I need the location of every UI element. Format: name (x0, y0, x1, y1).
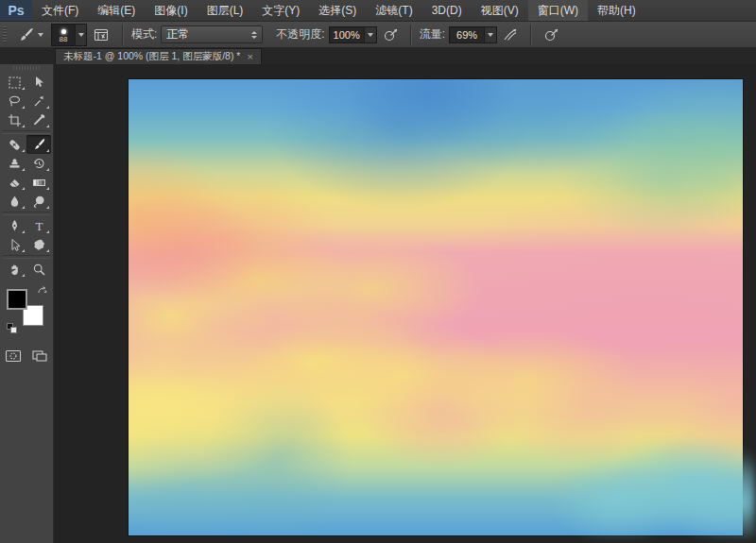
move-icon (32, 76, 46, 90)
airbrush-button[interactable] (502, 27, 519, 42)
brush-tool-icon (16, 26, 35, 43)
rectangular-marquee-tool[interactable] (2, 73, 26, 92)
eyedropper-icon (32, 113, 46, 127)
default-colors-icon[interactable] (7, 323, 17, 333)
healing-brush-tool[interactable] (2, 135, 26, 154)
dodge-tool[interactable] (26, 192, 51, 211)
move-tool[interactable] (26, 73, 51, 92)
flyout-indicator (22, 106, 25, 109)
flow-caret[interactable] (484, 27, 496, 42)
healing-brush-icon (8, 138, 22, 152)
foreground-color-swatch[interactable] (7, 289, 27, 310)
zoom-tool[interactable] (26, 260, 51, 279)
opacity-field[interactable]: 100% (329, 26, 377, 43)
gradient-icon (32, 176, 46, 190)
menu-type[interactable]: 文字(Y) (252, 0, 309, 21)
pressure-size-icon (542, 27, 559, 42)
history-brush-icon (32, 157, 46, 171)
options-bar: 88 模式: 正常 不透明度: 100% 流量: 69% (0, 22, 756, 48)
crop-tool[interactable] (2, 110, 26, 129)
toolbar-bottom-buttons (2, 347, 51, 365)
options-bar-grip[interactable] (3, 26, 7, 43)
hand-icon (8, 263, 22, 277)
flyout-indicator (22, 206, 25, 209)
flyout-indicator (46, 187, 49, 190)
flyout-indicator (46, 206, 49, 209)
flyout-indicator (22, 125, 25, 127)
eyedropper-tool[interactable] (26, 110, 51, 129)
flyout-indicator (46, 125, 49, 127)
path-selection-tool[interactable] (2, 235, 26, 254)
flyout-indicator (22, 230, 25, 233)
flyout-indicator (46, 230, 49, 233)
opacity-label: 不透明度: (276, 26, 324, 42)
tool-group-divider (3, 255, 50, 259)
menu-file[interactable]: 文件(F) (32, 0, 88, 21)
type-tool[interactable]: T (26, 216, 51, 235)
brush-preset-selector[interactable]: 88 (51, 24, 87, 46)
flow-label: 流量: (420, 26, 445, 42)
tool-group-divider (3, 130, 50, 134)
zoom-magnifier-icon (32, 263, 46, 277)
pressure-opacity-button[interactable] (382, 27, 399, 42)
menu-help[interactable]: 帮助(H) (588, 0, 645, 21)
menu-bar: Ps 文件(F) 编辑(E) 图像(I) 图层(L) 文字(Y) 选择(S) 滤… (0, 0, 756, 22)
menu-select[interactable]: 选择(S) (309, 0, 366, 21)
flyout-indicator (46, 249, 49, 252)
quick-mask-icon (5, 349, 22, 363)
menu-window[interactable]: 窗口(W) (528, 0, 588, 21)
magic-wand-icon (32, 94, 46, 109)
marquee-icon (8, 76, 22, 90)
lasso-tool[interactable] (2, 92, 26, 110)
quick-mask-button[interactable] (2, 347, 25, 365)
flow-value: 69% (450, 27, 484, 42)
toggle-brush-panel-icon (93, 27, 110, 42)
menu-3d[interactable]: 3D(D) (422, 0, 472, 21)
pressure-size-button[interactable] (542, 27, 559, 42)
menu-layer[interactable]: 图层(L) (198, 0, 253, 21)
screen-mode-button[interactable] (28, 347, 51, 365)
menu-edit[interactable]: 编辑(E) (88, 0, 145, 21)
gradient-tool[interactable] (26, 173, 51, 192)
flyout-indicator (46, 149, 49, 152)
divider (122, 25, 123, 45)
clone-stamp-icon (8, 157, 22, 171)
eraser-tool[interactable] (2, 173, 26, 192)
swap-colors-icon[interactable] (37, 286, 47, 296)
mode-label: 模式: (131, 26, 157, 42)
chevron-down-icon (368, 33, 373, 37)
menu-filter[interactable]: 滤镜(T) (366, 0, 421, 21)
path-select-arrow-icon (8, 238, 22, 252)
custom-shape-icon (32, 238, 46, 252)
blend-mode-select[interactable]: 正常 (161, 25, 263, 43)
flyout-indicator (46, 106, 49, 109)
flyout-indicator (22, 149, 25, 152)
close-icon[interactable]: × (247, 52, 252, 61)
brush-tool[interactable] (26, 135, 51, 154)
menu-image[interactable]: 图像(I) (145, 0, 197, 21)
blur-drop-icon (8, 195, 22, 209)
document-tab-bar: 未标题-1 @ 100% (图层 1, 图层蒙版/8) * × (0, 48, 756, 64)
pen-tool[interactable] (2, 216, 26, 235)
divider (530, 25, 531, 45)
flow-field[interactable]: 69% (449, 26, 497, 43)
magic-wand-tool[interactable] (26, 92, 51, 110)
document-title: 未标题-1 @ 100% (图层 1, 图层蒙版/8) * (63, 50, 240, 63)
document-tab[interactable]: 未标题-1 @ 100% (图层 1, 图层蒙版/8) * × (55, 48, 262, 64)
brush-preset-caret[interactable] (75, 25, 86, 45)
opacity-caret[interactable] (364, 27, 376, 42)
updown-arrows-icon (251, 31, 257, 39)
tools-panel: T (0, 64, 54, 543)
toggle-brush-panel-button[interactable] (93, 27, 110, 42)
tool-preset-picker[interactable] (12, 26, 47, 43)
blur-tool[interactable] (2, 192, 26, 211)
history-brush-tool[interactable] (26, 154, 51, 173)
menu-view[interactable]: 视图(V) (472, 0, 528, 21)
opacity-value: 100% (330, 27, 364, 42)
color-swatches (4, 286, 49, 333)
hand-tool[interactable] (2, 260, 26, 279)
clone-stamp-tool[interactable] (2, 154, 26, 173)
flyout-indicator (22, 187, 25, 190)
custom-shape-tool[interactable] (26, 235, 51, 254)
tools-panel-grip[interactable] (13, 66, 40, 70)
